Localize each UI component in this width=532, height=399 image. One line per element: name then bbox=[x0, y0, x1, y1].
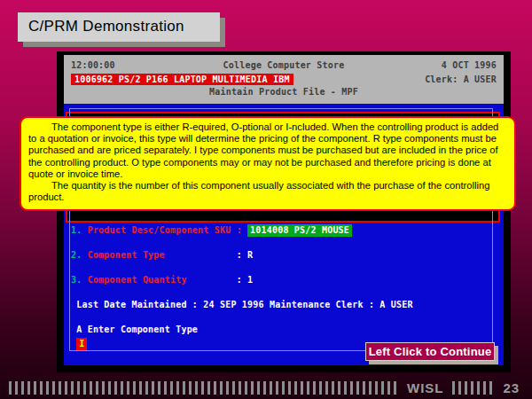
input-cursor[interactable]: I bbox=[76, 338, 87, 350]
form-text bbox=[165, 250, 237, 260]
form-text: : 1 bbox=[237, 275, 254, 285]
form-row: 3. Component Quantity : 1 bbox=[71, 275, 413, 285]
terminal-header-row-1: 12:00:00 College Computer Store 4 OCT 19… bbox=[71, 59, 497, 72]
product-component-form: 1. Product Desc/Component SKU : 1014008 … bbox=[71, 225, 413, 348]
form-text: Product Desc/Component SKU bbox=[88, 225, 237, 235]
form-text: : R bbox=[237, 250, 254, 260]
footer-barcode-right bbox=[452, 381, 496, 395]
form-text: A Enter Component Type bbox=[71, 325, 198, 334]
form-text: : bbox=[237, 225, 247, 235]
form-text: 2. bbox=[71, 250, 88, 260]
date-text: 4 OCT 1996 bbox=[390, 60, 497, 70]
footer-barcode-left bbox=[9, 381, 399, 395]
terminal-window: 12:00:00 College Computer Store 4 OCT 19… bbox=[57, 51, 511, 372]
form-row: 2. Component Type : R bbox=[71, 250, 413, 260]
clock-text: 12:00:00 bbox=[71, 60, 177, 70]
callout-paragraph-2: The quantity is the number of this compo… bbox=[28, 180, 506, 203]
annotation-callout: The component type is either R-equired, … bbox=[20, 116, 516, 211]
continue-button[interactable]: Left Click to Continue bbox=[365, 342, 495, 361]
product-badge: 1006962 PS/2 P166 LAPTOP MULTIMEDIA IBM bbox=[71, 74, 293, 85]
slide-title: C/PRM Demonstration bbox=[18, 12, 220, 42]
form-text: 3. bbox=[71, 275, 88, 285]
footer-bar: WISL 23 bbox=[0, 379, 532, 396]
form-row: Last Date Maintained : 24 SEP 1996 Maint… bbox=[71, 300, 413, 309]
callout-paragraph-1: The component type is either R-equired, … bbox=[28, 121, 506, 180]
form-row: 1. Product Desc/Component SKU : 1014008 … bbox=[71, 225, 413, 235]
terminal-header: 12:00:00 College Computer Store 4 OCT 19… bbox=[64, 55, 504, 104]
form-text: Component Quantity bbox=[88, 275, 187, 285]
page-number: 23 bbox=[504, 380, 520, 395]
clerk-text: Clerk: A USER bbox=[425, 74, 497, 84]
footer-brand: WISL bbox=[407, 380, 444, 395]
form-text: Last Date Maintained : 24 SEP 1996 Maint… bbox=[71, 300, 413, 309]
form-text: Component Type bbox=[88, 250, 165, 260]
field-value-highlight[interactable]: 1014008 PS/2 MOUSE bbox=[247, 224, 352, 237]
form-text: 1. bbox=[71, 225, 88, 235]
terminal-header-row-2: 1006962 PS/2 P166 LAPTOP MULTIMEDIA IBM … bbox=[71, 72, 497, 87]
screen-title: Maintain Product File - MPF bbox=[71, 87, 497, 100]
store-name: College Computer Store bbox=[177, 60, 390, 70]
form-row: I bbox=[71, 339, 413, 348]
form-row: A Enter Component Type bbox=[71, 325, 413, 334]
form-text bbox=[187, 275, 237, 285]
